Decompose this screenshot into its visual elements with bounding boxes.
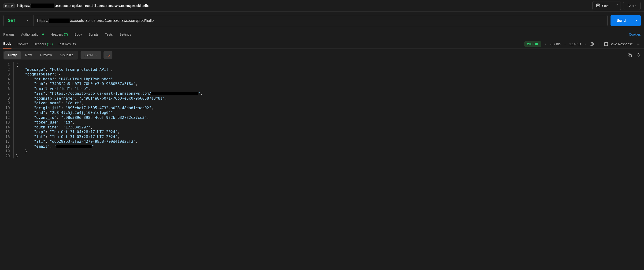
http-badge: HTTP xyxy=(3,3,15,9)
svg-point-3 xyxy=(638,44,639,44)
url-prefix: https:// xyxy=(37,19,48,23)
wrap-button[interactable] xyxy=(104,51,112,59)
tab-scripts[interactable]: Scripts xyxy=(88,33,98,36)
cookies-link[interactable]: Cookies xyxy=(629,33,641,36)
download-icon xyxy=(604,42,608,46)
copy-button[interactable] xyxy=(628,53,632,57)
format-dropdown[interactable]: JSON xyxy=(80,51,101,59)
copy-icon xyxy=(628,53,632,57)
tab-label: Authorization xyxy=(21,33,40,36)
resp-tab-test-results[interactable]: Test Results xyxy=(58,39,76,49)
dot-icon: • xyxy=(585,42,586,46)
wrap-icon xyxy=(106,53,110,57)
resp-tab-headers[interactable]: Headers (11) xyxy=(34,39,53,49)
tab-label: Headers xyxy=(50,33,63,36)
save-label: Save xyxy=(602,4,610,8)
save-response-label: Save Response xyxy=(610,42,633,46)
tab-authorization[interactable]: Authorization xyxy=(21,33,44,36)
search-button[interactable] xyxy=(636,53,641,57)
format-row: Pretty Raw Preview Visualize JSON xyxy=(0,49,644,61)
save-response-button[interactable]: Save Response xyxy=(604,42,633,46)
more-icon[interactable] xyxy=(636,42,641,46)
save-button[interactable]: Save xyxy=(592,1,613,10)
title-bar: HTTP https:// .execute-api.us-east-1.ama… xyxy=(0,0,644,12)
request-title: https:// .execute-api.us-east-1.amazonaw… xyxy=(17,4,150,8)
url-input[interactable]: https:// .execute-api.us-east-1.amazonaw… xyxy=(33,15,608,26)
seg-raw[interactable]: Raw xyxy=(21,51,36,59)
tab-tests[interactable]: Tests xyxy=(105,33,113,36)
dot-icon: • xyxy=(564,42,566,46)
send-dropdown[interactable] xyxy=(632,15,641,26)
send-button[interactable]: Send xyxy=(610,15,632,26)
method-select[interactable]: GET xyxy=(3,15,33,26)
dot-icon: • xyxy=(545,42,546,46)
status-badge: 200 OK xyxy=(524,41,541,47)
active-dot-icon xyxy=(42,34,44,35)
save-dropdown[interactable] xyxy=(613,1,621,10)
response-body[interactable]: 1234567891011121314151617181920 { "messa… xyxy=(0,61,644,159)
svg-rect-5 xyxy=(629,55,632,57)
search-icon xyxy=(636,53,641,57)
save-icon xyxy=(596,3,600,8)
tab-settings[interactable]: Settings xyxy=(119,33,131,36)
tab-label: Headers xyxy=(34,42,46,46)
line-gutter: 1234567891011121314151617181920 xyxy=(0,62,13,158)
seg-pretty[interactable]: Pretty xyxy=(4,51,21,59)
headers-count: (11) xyxy=(47,42,53,46)
redacted-host xyxy=(49,19,70,23)
svg-point-4 xyxy=(640,44,640,44)
seg-visualize[interactable]: Visualize xyxy=(56,51,78,59)
code-content: { "message": "Hello from protected API!"… xyxy=(13,62,644,158)
response-time: 787 ms xyxy=(550,42,561,46)
globe-icon[interactable] xyxy=(590,42,594,46)
tab-params[interactable]: Params xyxy=(3,33,14,36)
url-suffix: .execute-api.us-east-1.amazonaws.com/pro… xyxy=(55,4,150,8)
url-suffix: .execute-api.us-east-1.amazonaws.com/pro… xyxy=(70,19,154,23)
chevron-down-icon xyxy=(26,19,29,23)
request-row: GET https:// .execute-api.us-east-1.amaz… xyxy=(0,12,644,30)
request-tabs: Params Authorization Headers (7) Body Sc… xyxy=(0,30,644,39)
response-size: 1.14 KB xyxy=(569,42,581,46)
resp-tab-body[interactable]: Body xyxy=(3,39,12,49)
view-mode-segment: Pretty Raw Preview Visualize xyxy=(3,51,78,60)
method-label: GET xyxy=(8,19,16,23)
response-tabs: Body Cookies Headers (11) Test Results 2… xyxy=(0,39,644,49)
url-prefix: https:// xyxy=(17,4,30,8)
svg-point-2 xyxy=(637,44,638,44)
chevron-down-icon xyxy=(635,19,638,23)
share-button[interactable]: Share xyxy=(623,2,641,10)
svg-point-6 xyxy=(637,54,640,56)
tab-headers[interactable]: Headers (7) xyxy=(50,33,68,36)
tab-body[interactable]: Body xyxy=(74,33,82,36)
headers-count: (7) xyxy=(64,33,68,36)
redacted-host xyxy=(31,4,54,8)
resp-tab-cookies[interactable]: Cookies xyxy=(17,39,28,49)
separator: | xyxy=(598,42,600,46)
format-label: JSON xyxy=(84,53,92,57)
seg-preview[interactable]: Preview xyxy=(36,51,56,59)
chevron-down-icon xyxy=(95,53,98,57)
